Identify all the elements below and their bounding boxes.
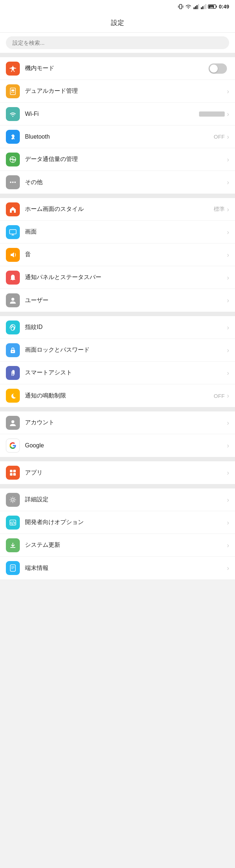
row-smart[interactable]: スマートアシスト › [0,362,235,384]
row-airplane[interactable]: 機内モード [0,57,235,80]
svg-rect-4 [195,6,196,9]
data-chevron: › [227,156,229,163]
fingerprint-chevron: › [227,324,229,331]
screen-chevron: › [227,229,229,235]
status-bar: 38 0:49 [0,0,235,13]
lock-icon-bg [6,343,20,357]
group-apps: アプリ › [0,461,235,484]
svg-rect-0 [180,4,182,9]
row-data[interactable]: データ通信量の管理 › [0,148,235,171]
fingerprint-label: 指紋ID [25,323,227,331]
dual-sim-icon-bg [6,84,20,98]
svg-point-32 [11,420,14,423]
svg-rect-35 [10,473,12,476]
svg-rect-3 [194,7,195,9]
bluetooth-icon-bg [6,130,20,144]
sim-icon [9,87,17,95]
notification-icon-bg [6,271,20,285]
row-developer[interactable]: 開発者向けオプション › [0,511,235,534]
bluetooth-icon [9,133,17,141]
svg-rect-9 [204,5,205,9]
svg-rect-40 [10,565,15,571]
row-account[interactable]: アカウント › [0,411,235,434]
fingerprint-icon [9,323,17,332]
developer-chevron: › [227,519,229,526]
svg-rect-16 [11,89,14,91]
row-user[interactable]: ユーザー › [0,289,235,312]
wifi-label: Wi-Fi [25,111,199,117]
about-chevron: › [227,565,229,571]
airplane-icon-bg [6,62,20,76]
developer-icon-bg [6,516,20,530]
data-icon-bg [6,153,20,166]
svg-point-37 [12,498,14,501]
row-fingerprint[interactable]: 指紋ID › [0,316,235,339]
svg-point-24 [12,182,14,183]
page-title: 設定 [0,13,235,33]
user-icon-bg [6,293,20,307]
row-advanced[interactable]: 詳細設定 › [0,488,235,511]
lock-icon [9,346,17,354]
user-icon [9,296,17,304]
row-notification[interactable]: 通知パネルとステータスバー › [0,266,235,289]
status-icons: 38 0:49 [178,4,229,10]
airplane-toggle[interactable] [209,63,227,74]
row-dual-sim[interactable]: デュアルカード管理 › [0,80,235,103]
home-chevron: › [227,206,229,213]
apps-label: アプリ [25,469,227,477]
signal2-icon [200,4,206,10]
svg-rect-6 [198,4,199,9]
search-input[interactable] [6,36,229,49]
developer-label: 開発者向けオプション [25,519,227,526]
status-time: 0:49 [219,4,229,10]
svg-text:38: 38 [210,6,213,9]
row-wifi[interactable]: Wi-Fi › [0,103,235,125]
airplane-toggle-knob [210,65,218,73]
row-home[interactable]: ホーム画面のスタイル 標準 › [0,198,235,221]
about-label: 端末情報 [25,564,227,572]
section-gap-2 [0,194,235,198]
row-apps[interactable]: アプリ › [0,461,235,484]
screen-label: 画面 [25,228,227,236]
row-sound[interactable]: 音 › [0,243,235,266]
svg-rect-33 [10,470,12,472]
row-bluetooth[interactable]: Bluetooth OFF › [0,125,235,148]
google-icon [9,442,17,450]
gear-icon [9,496,17,504]
notification-icon [9,274,17,282]
other-label: その他 [25,179,227,186]
section-gap-6 [0,484,235,488]
update-chevron: › [227,542,229,549]
svg-rect-12 [216,6,217,8]
update-label: システム更新 [25,541,227,549]
bluetooth-chevron: › [227,133,229,140]
row-dnd[interactable]: 通知の鳴動制限 OFF › [0,384,235,407]
battery-icon: 38 [208,4,217,9]
row-update[interactable]: システム更新 › [0,534,235,557]
section-gap-5 [0,457,235,461]
wifi-value-blur [199,111,225,117]
row-screen[interactable]: 画面 › [0,221,235,243]
data-label: データ通信量の管理 [25,155,227,163]
moon-icon [9,392,17,400]
account-icon [9,419,17,427]
lock-chevron: › [227,347,229,354]
smart-chevron: › [227,370,229,376]
google-icon-bg [6,439,20,453]
account-icon-bg [6,416,20,430]
apps-icon [9,469,17,477]
row-about[interactable]: 端末情報 › [0,557,235,579]
svg-point-19 [12,116,14,117]
row-other[interactable]: その他 › [0,171,235,194]
home-icon-bg [6,202,20,216]
home-value: 標準 [214,206,225,213]
wifi-chevron: › [227,111,229,117]
developer-icon [9,519,17,527]
bluetooth-label: Bluetooth [25,133,214,140]
svg-point-23 [10,182,11,183]
row-google[interactable]: Google › [0,434,235,457]
row-lock[interactable]: 画面ロックとパスワード › [0,339,235,362]
signal-icon [193,4,199,10]
home-icon [9,205,17,213]
advanced-label: 詳細設定 [25,496,227,503]
